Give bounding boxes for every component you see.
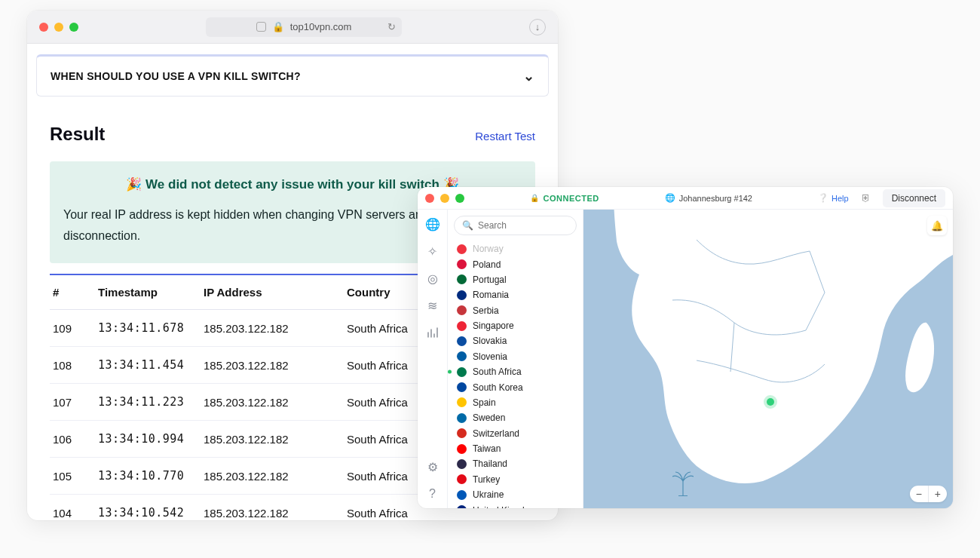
country-item[interactable]: Sweden	[452, 410, 578, 425]
country-item[interactable]: Poland	[452, 256, 578, 271]
connection-marker[interactable]	[767, 398, 774, 406]
country-item[interactable]: Romania	[452, 287, 578, 302]
help-rail-icon[interactable]: ?	[426, 487, 439, 501]
help-text: Help	[831, 194, 849, 203]
country-item[interactable]: Ukraine	[452, 487, 578, 502]
globe-tab-icon[interactable]: 🌐	[426, 217, 439, 231]
window-traffic-lights[interactable]	[39, 23, 78, 32]
col-index: #	[50, 274, 95, 310]
flag-icon	[457, 336, 467, 346]
flag-icon	[457, 274, 467, 284]
current-location[interactable]: 🌐 Johannesburg #142	[665, 193, 752, 203]
close-dot[interactable]	[425, 194, 434, 203]
close-dot[interactable]	[39, 23, 48, 32]
country-item[interactable]: Turkey	[452, 472, 578, 487]
col-timestamp: Timestamp	[95, 274, 201, 310]
flag-icon	[457, 474, 467, 484]
shield-icon[interactable]: ⛨	[861, 192, 871, 204]
country-item[interactable]: Portugal	[452, 272, 578, 287]
zoom-dot[interactable]	[455, 194, 464, 203]
downloads-button[interactable]: ↓	[529, 19, 546, 35]
flag-icon	[457, 397, 467, 407]
country-item[interactable]: Slovakia	[452, 333, 578, 348]
country-search[interactable]: 🔍	[454, 216, 577, 235]
stats-icon[interactable]	[426, 326, 439, 339]
flag-icon	[457, 290, 467, 300]
country-item[interactable]: Singapore	[452, 318, 578, 333]
banner-headline-text: We did not detect any issue with your ki…	[145, 177, 439, 192]
address-bar[interactable]: 🔒 top10vpn.com ↻	[206, 17, 402, 37]
country-name: Slovakia	[473, 336, 507, 346]
cell-index: 104	[50, 495, 95, 521]
help-icon: ❔	[818, 193, 828, 203]
country-item[interactable]: United Kingdom	[452, 502, 578, 508]
country-name: Serbia	[473, 305, 499, 316]
target-icon[interactable]: ◎	[426, 271, 439, 285]
cell-ip: 185.203.122.182	[201, 495, 344, 521]
location-text: Johannesburg #142	[679, 194, 752, 203]
zoom-in-button[interactable]: +	[929, 486, 947, 502]
status-text: CONNECTED	[544, 194, 599, 203]
country-item[interactable]: South Africa	[452, 364, 578, 379]
country-item[interactable]: Thailand	[452, 456, 578, 471]
flag-icon	[457, 413, 467, 423]
country-item[interactable]: Serbia	[452, 303, 578, 318]
country-item[interactable]: Spain	[452, 395, 578, 410]
country-name: Switzerland	[473, 428, 519, 439]
chevron-down-icon: ⌄	[523, 68, 534, 84]
sidebar-toggle-icon[interactable]	[256, 22, 266, 32]
flag-icon	[457, 490, 467, 500]
country-item[interactable]: Slovenia	[452, 349, 578, 364]
search-icon: 🔍	[462, 220, 473, 231]
gear-icon[interactable]: ⚙	[426, 460, 439, 474]
cell-timestamp: 13:34:11.454	[95, 347, 201, 384]
col-ip: IP Address	[201, 274, 344, 310]
cell-timestamp: 13:34:11.223	[95, 384, 201, 421]
notifications-button[interactable]: 🔔	[927, 216, 947, 235]
country-name: Portugal	[473, 274, 507, 285]
zoom-control[interactable]: − +	[910, 486, 947, 502]
country-item[interactable]: Switzerland	[452, 426, 578, 441]
search-input[interactable]	[478, 220, 591, 231]
cell-timestamp: 13:34:10.542	[95, 495, 201, 521]
country-name: Ukraine	[473, 489, 504, 500]
vpn-traffic-lights[interactable]	[425, 194, 464, 203]
country-name: Taiwan	[473, 443, 501, 454]
country-name: Singapore	[473, 320, 514, 331]
layers-icon[interactable]: ≋	[426, 299, 439, 312]
cell-index: 109	[50, 310, 95, 347]
help-link[interactable]: ❔ Help	[818, 193, 849, 203]
cell-ip: 185.203.122.182	[201, 384, 344, 421]
zoom-out-button[interactable]: −	[910, 486, 929, 502]
accordion-title: WHEN SHOULD YOU USE A VPN KILL SWITCH?	[51, 70, 301, 82]
restart-test-link[interactable]: Restart Test	[475, 130, 535, 143]
flag-icon	[457, 444, 467, 454]
country-name: Spain	[473, 397, 496, 408]
cell-index: 105	[50, 458, 95, 495]
country-item[interactable]: South Korea	[452, 379, 578, 394]
country-item[interactable]: Norway	[452, 241, 578, 256]
flag-icon	[457, 505, 467, 508]
map[interactable]: 🔔 − +	[583, 210, 953, 508]
country-item[interactable]: Taiwan	[452, 441, 578, 456]
minimize-dot[interactable]	[440, 194, 449, 203]
disconnect-button[interactable]: Disconnect	[883, 189, 945, 207]
minimize-dot[interactable]	[54, 23, 63, 32]
party-popper-icon: 🎉	[126, 177, 142, 192]
cell-timestamp: 13:34:11.678	[95, 310, 201, 347]
nav-rail: 🌐 ✧ ◎ ≋ ⚙ ?	[418, 210, 448, 508]
crosshair-icon[interactable]: ✧	[426, 244, 439, 258]
country-name: Slovenia	[473, 351, 507, 362]
country-name: Sweden	[473, 412, 505, 423]
lock-icon: 🔒	[272, 21, 284, 32]
country-list[interactable]: NorwayPolandPortugalRomaniaSerbiaSingapo…	[448, 241, 583, 508]
country-name: Romania	[473, 290, 509, 300]
cell-index: 107	[50, 384, 95, 421]
zoom-dot[interactable]	[69, 23, 78, 32]
vpn-titlebar: 🔒 CONNECTED 🌐 Johannesburg #142 ❔ Help ⛨…	[418, 187, 953, 210]
lock-icon: 🔒	[530, 194, 540, 202]
faq-accordion[interactable]: WHEN SHOULD YOU USE A VPN KILL SWITCH? ⌄	[36, 54, 549, 97]
reload-icon[interactable]: ↻	[387, 21, 396, 32]
flag-icon	[457, 305, 467, 315]
country-name: Thailand	[473, 458, 507, 469]
